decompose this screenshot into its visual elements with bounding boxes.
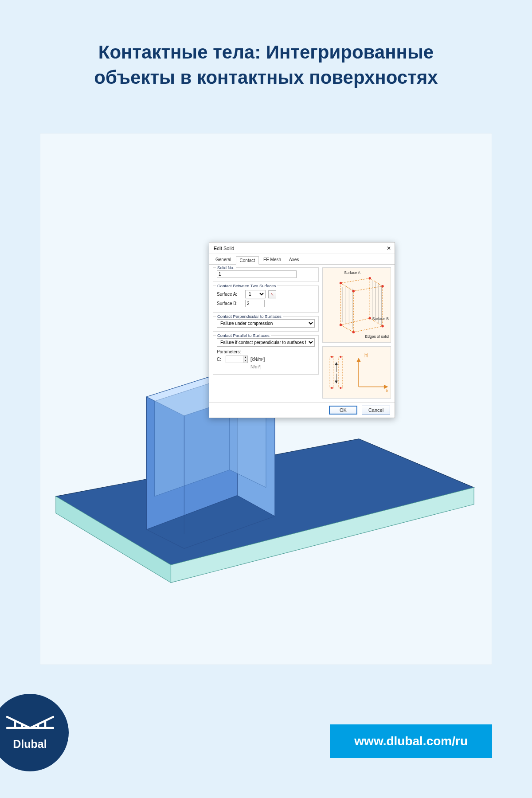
param-c-input[interactable]: ▲▼ [226, 356, 248, 363]
bridge-icon [6, 715, 54, 737]
svg-point-16 [340, 282, 342, 284]
contact-between-label: Contact Between Two Surfaces [216, 283, 277, 288]
solid-no-input[interactable] [217, 270, 297, 278]
ok-button[interactable]: OK [329, 406, 357, 415]
spin-down-icon: ▼ [243, 360, 247, 363]
model-viewport[interactable]: Edit Solid ✕ General Contact FE Mesh Axe… [40, 133, 492, 665]
group-solid-no: Solid No. [213, 267, 319, 282]
page-title: Контактные тела: Интегрированные объекты… [0, 0, 532, 90]
surface-b-input[interactable] [245, 300, 265, 307]
svg-point-27 [331, 387, 333, 389]
dialog-title: Edit Solid [214, 246, 234, 251]
heading-line-1: Контактные тела: Интегрированные [98, 42, 434, 63]
svg-marker-37 [357, 358, 360, 361]
svg-point-20 [340, 324, 342, 326]
svg-point-17 [368, 277, 371, 279]
delta-axis-label: δ [386, 388, 388, 393]
svg-line-40 [30, 717, 53, 728]
edit-solid-dialog: Edit Solid ✕ General Contact FE Mesh Axe… [209, 242, 395, 418]
tab-contact[interactable]: Contact [236, 256, 259, 265]
tab-fe-mesh[interactable]: FE Mesh [260, 256, 285, 264]
dialog-titlebar[interactable]: Edit Solid ✕ [209, 243, 395, 254]
brand-name: Dlubal [13, 738, 47, 751]
diag-edges-label: Edges of solid [365, 334, 389, 339]
svg-marker-35 [384, 385, 387, 388]
svg-point-18 [381, 285, 383, 287]
svg-point-29 [340, 387, 341, 389]
svg-point-22 [381, 325, 383, 327]
cancel-button[interactable]: Cancel [362, 406, 390, 415]
svg-marker-31 [335, 362, 337, 364]
diag-surface-a-label: Surface A [344, 270, 360, 275]
param-unit2: N/m²] [250, 364, 261, 369]
svg-point-19 [352, 290, 355, 292]
pick-surface-a-button[interactable]: ↖ [268, 290, 276, 298]
svg-line-39 [7, 717, 30, 728]
svg-point-26 [331, 356, 333, 358]
par-label: Contact Parallel to Surfaces [216, 333, 271, 338]
perp-label: Contact Perpendicular to Surfaces [216, 314, 283, 319]
par-select[interactable]: Failure if contact perpendicular to surf… [217, 338, 315, 347]
tab-axes[interactable]: Axes [286, 256, 302, 264]
parameters-label: Parameters: [217, 349, 241, 354]
group-perpendicular: Contact Perpendicular to Surfaces Failur… [213, 316, 319, 332]
group-contact-between: Contact Between Two Surfaces Surface A: … [213, 286, 319, 313]
surface-b-label: Surface B: [217, 301, 243, 306]
surface-a-select[interactable]: 1 [245, 290, 266, 298]
brand-url: www.dlubal.com/ru [330, 724, 492, 758]
diag-surface-b-label: Surface B [372, 317, 389, 321]
tau-axis-label: |τ| [364, 353, 368, 357]
svg-point-23 [352, 331, 355, 333]
brand-logo: Dlubal [0, 694, 69, 771]
param-c-unit: [kN/m³] [250, 357, 265, 362]
svg-rect-24 [330, 357, 334, 388]
svg-rect-25 [339, 357, 343, 388]
perp-select[interactable]: Failure under compression [217, 319, 315, 328]
solid-no-label: Solid No. [216, 265, 236, 270]
dialog-tabs: General Contact FE Mesh Axes [209, 254, 395, 265]
close-icon[interactable]: ✕ [387, 245, 391, 251]
param-c-label: C: [217, 357, 223, 362]
heading-line-2: объекты в контактных поверхностях [94, 67, 438, 88]
svg-marker-33 [335, 381, 337, 383]
surface-a-label: Surface A: [217, 292, 243, 297]
contact-surfaces-diagram: Surface A Surface B Edges of solid [322, 267, 391, 343]
stress-diagram: |τ| δ [322, 346, 391, 399]
svg-point-28 [340, 356, 341, 358]
dialog-footer: OK Cancel [209, 402, 395, 418]
tab-general[interactable]: General [212, 256, 235, 264]
group-parallel: Contact Parallel to Surfaces Failure if … [213, 335, 319, 375]
svg-point-21 [368, 317, 371, 319]
